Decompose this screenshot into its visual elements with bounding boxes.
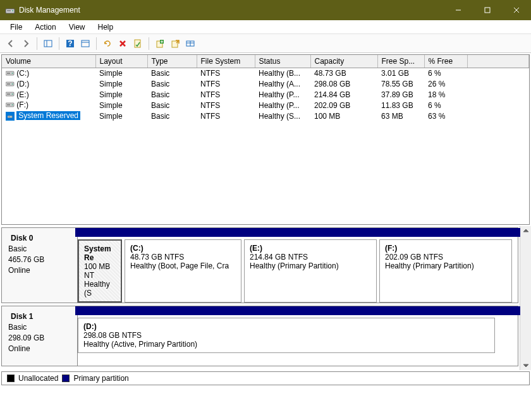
partition[interactable]: (C:)48.73 GB NTFSHealthy (Boot, Page Fil… — [125, 239, 241, 303]
svg-point-32 — [12, 94, 13, 95]
partition-label: (C:) — [130, 244, 236, 253]
volume-free: 3.01 GB — [377, 68, 424, 79]
scroll-down-icon[interactable] — [523, 363, 529, 369]
volume-pctfree: 6 % — [424, 68, 467, 79]
volume-capacity: 298.08 GB — [310, 79, 377, 90]
menu-file[interactable]: File — [4, 21, 28, 33]
svg-rect-28 — [7, 83, 10, 85]
col-freespace[interactable]: Free Sp... — [377, 55, 424, 68]
forward-button[interactable] — [19, 37, 33, 51]
disk-management-icon — [5, 5, 15, 15]
volume-status: Healthy (S... — [255, 111, 310, 121]
disk-row[interactable]: Disk 0Basic465.76 GBOnlineSystem Re100 M… — [1, 227, 518, 303]
volume-type: Basic — [147, 111, 197, 121]
volume-free: 37.89 GB — [377, 90, 424, 100]
partition-health: Healthy (Boot, Page File, Cra — [130, 261, 236, 270]
volume-fs: NTFS — [197, 100, 255, 111]
volume-fs: NTFS — [197, 111, 255, 121]
svg-rect-4 — [485, 8, 490, 13]
minimize-button[interactable] — [444, 0, 473, 20]
volume-capacity: 202.09 GB — [310, 100, 377, 111]
disk-info: Disk 1Basic298.09 GBOnline — [2, 306, 78, 366]
partition-label: (F:) — [385, 244, 506, 253]
more-actions-icon[interactable] — [183, 37, 197, 51]
col-layout[interactable]: Layout — [95, 55, 147, 68]
volume-fs: NTFS — [197, 68, 255, 79]
disk-size: 465.76 GB — [8, 255, 71, 265]
disk-type: Basic — [8, 244, 71, 255]
volume-fs: NTFS — [197, 79, 255, 90]
partition[interactable]: (E:)214.84 GB NTFSHealthy (Primary Parti… — [244, 239, 377, 303]
legend: Unallocated Primary partition — [1, 371, 530, 385]
table-row[interactable]: (C:)SimpleBasicNTFSHealthy (B...48.73 GB… — [2, 68, 529, 79]
disk-state: Online — [8, 265, 71, 276]
volume-free: 78.55 GB — [377, 79, 424, 90]
menu-action[interactable]: Action — [28, 21, 62, 33]
partition-detail: 100 MB NT — [84, 262, 116, 280]
volume-name: (E:) — [16, 90, 28, 99]
refresh-icon[interactable] — [101, 37, 114, 51]
partition-stripe — [75, 228, 520, 237]
disk-graphical-view[interactable]: Disk 0Basic465.76 GBOnlineSystem Re100 M… — [1, 227, 518, 369]
volume-pctfree: 18 % — [424, 90, 467, 100]
svg-text:?: ? — [68, 39, 72, 48]
partition-health: Healthy (Primary Partition) — [385, 261, 506, 270]
partition-label: System Re — [84, 244, 116, 262]
properties-icon[interactable] — [131, 37, 145, 51]
col-volume[interactable]: Volume — [2, 55, 95, 68]
legend-label-unallocated: Unallocated — [18, 374, 58, 383]
svg-point-26 — [12, 73, 13, 74]
table-row[interactable]: (E:)SimpleBasicNTFSHealthy (P...214.84 G… — [2, 90, 529, 100]
show-hide-console-tree-icon[interactable] — [41, 37, 55, 51]
disk-state: Online — [8, 344, 71, 354]
volume-layout: Simple — [95, 79, 147, 90]
table-row[interactable]: (D:)SimpleBasicNTFSHealthy (A...298.08 G… — [2, 79, 529, 90]
partition-detail: 202.09 GB NTFS — [385, 253, 506, 261]
volume-capacity: 214.84 GB — [310, 90, 377, 100]
volume-type: Basic — [147, 68, 197, 79]
volume-type: Basic — [147, 100, 197, 111]
col-status[interactable]: Status — [255, 55, 310, 68]
svg-rect-7 — [44, 40, 52, 47]
window-title: Disk Management — [19, 6, 444, 15]
table-row[interactable]: (F:)SimpleBasicNTFSHealthy (P...202.09 G… — [2, 100, 529, 111]
volume-layout: Simple — [95, 90, 147, 100]
help-icon[interactable]: ? — [63, 37, 77, 51]
volume-fs: NTFS — [197, 90, 255, 100]
partition-detail: 48.73 GB NTFS — [130, 253, 236, 261]
menu-view[interactable]: View — [63, 21, 92, 33]
col-filesystem[interactable]: File System — [197, 55, 255, 68]
table-header-row[interactable]: Volume Layout Type File System Status Ca… — [2, 55, 529, 68]
volume-layout: Simple — [95, 68, 147, 79]
back-button[interactable] — [4, 37, 18, 51]
titlebar: Disk Management — [0, 0, 531, 20]
menu-help[interactable]: Help — [92, 21, 120, 33]
disk-row[interactable]: Disk 1Basic298.09 GBOnline(D:)298.08 GB … — [1, 306, 518, 366]
col-type[interactable]: Type — [147, 55, 197, 68]
toolbar: ? — [0, 34, 531, 53]
volume-name: (C:) — [16, 69, 29, 78]
volume-pctfree: 6 % — [424, 100, 467, 111]
settings-icon[interactable] — [78, 37, 92, 51]
table-row[interactable]: System ReservedSimpleBasicNTFSHealthy (S… — [2, 111, 529, 121]
disk-info: Disk 0Basic465.76 GBOnline — [2, 228, 78, 303]
delete-icon[interactable] — [116, 37, 130, 51]
partition[interactable]: (D:)298.08 GB NTFSHealthy (Active, Prima… — [78, 318, 495, 353]
col-capacity[interactable]: Capacity — [310, 55, 377, 68]
partition[interactable]: (F:)202.09 GB NTFSHealthy (Primary Parti… — [379, 239, 512, 303]
col-pctfree[interactable]: % Free — [424, 55, 467, 68]
maximize-button[interactable] — [473, 0, 502, 20]
volume-type: Basic — [147, 79, 197, 90]
vertical-scrollbar[interactable] — [520, 226, 531, 370]
volume-status: Healthy (A... — [255, 79, 310, 90]
partition[interactable]: System Re100 MB NTHealthy (S — [78, 239, 122, 303]
volume-list[interactable]: Volume Layout Type File System Status Ca… — [1, 54, 530, 225]
create-vhd-icon[interactable] — [153, 37, 167, 51]
disk-name: Disk 0 — [11, 234, 33, 243]
attach-vhd-icon[interactable] — [168, 37, 182, 51]
scroll-up-icon[interactable] — [523, 227, 529, 234]
svg-point-29 — [12, 83, 13, 85]
close-button[interactable] — [502, 0, 531, 20]
svg-rect-25 — [7, 73, 10, 74]
partition-label: (E:) — [250, 244, 371, 253]
